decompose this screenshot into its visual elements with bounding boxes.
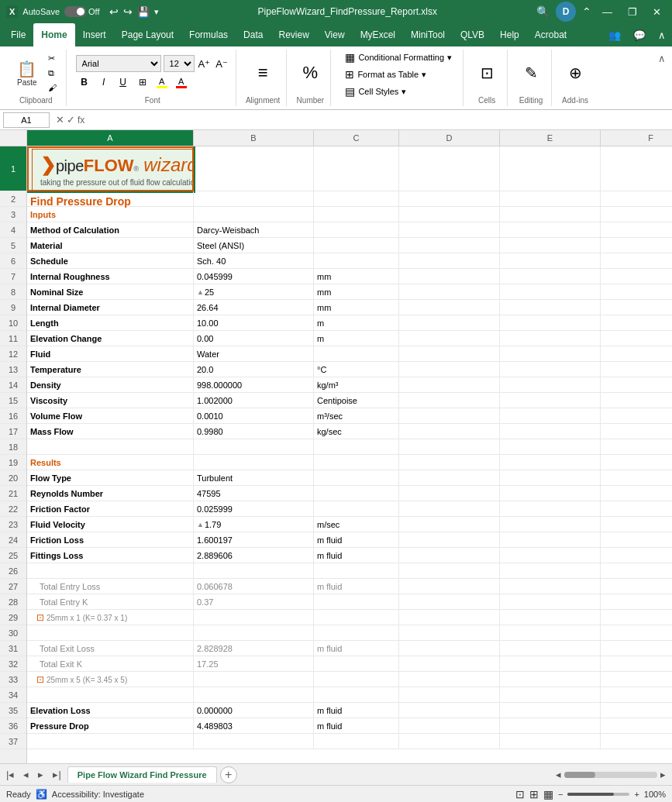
- cell-23d[interactable]: [399, 517, 500, 532]
- underline-button[interactable]: U: [115, 74, 132, 91]
- cell-32b[interactable]: 17.25: [194, 656, 314, 672]
- cell-11a[interactable]: Elevation Change: [27, 331, 194, 346]
- cell-13c[interactable]: °C: [314, 362, 399, 377]
- row-num-31[interactable]: 31: [0, 641, 26, 656]
- cell-13d[interactable]: [399, 362, 500, 377]
- row-num-18[interactable]: 18: [0, 439, 26, 455]
- cell-16b[interactable]: 0.0010: [194, 408, 314, 424]
- cell-30e[interactable]: [500, 625, 601, 641]
- cell-17d[interactable]: [399, 424, 500, 439]
- ribbon-collapse-btn[interactable]: ∧: [658, 53, 666, 64]
- cell-30c[interactable]: [314, 625, 399, 641]
- cell-1f[interactable]: [601, 146, 672, 191]
- cell-9e[interactable]: [500, 300, 601, 315]
- tab-acrobat[interactable]: Acrobat: [527, 23, 574, 46]
- cell-26d[interactable]: [399, 563, 500, 579]
- cell-8e[interactable]: [500, 284, 601, 300]
- tab-page-layout[interactable]: Page Layout: [114, 23, 181, 46]
- comments-icon[interactable]: 💬: [627, 26, 652, 44]
- cell-25d[interactable]: [399, 548, 500, 563]
- cell-21a[interactable]: Reynolds Number: [27, 486, 194, 501]
- cell-18b[interactable]: [194, 439, 314, 455]
- row-num-19[interactable]: 19: [0, 455, 26, 470]
- cell-8c[interactable]: mm: [314, 284, 399, 300]
- increase-font-icon[interactable]: A⁺: [197, 57, 212, 71]
- cell-15e[interactable]: [500, 393, 601, 408]
- cell-15d[interactable]: [399, 393, 500, 408]
- cell-29c[interactable]: [314, 610, 399, 625]
- cell-36c[interactable]: m fluid: [314, 718, 399, 734]
- row-num-22[interactable]: 22: [0, 501, 26, 517]
- cell-25a[interactable]: Fittings Loss: [27, 548, 194, 563]
- font-family-select[interactable]: Arial: [76, 55, 161, 72]
- cell-2f[interactable]: [601, 191, 672, 207]
- cell-9c[interactable]: mm: [314, 300, 399, 315]
- last-sheet-btn[interactable]: ▸|: [50, 767, 64, 782]
- row-num-20[interactable]: 20: [0, 470, 26, 486]
- row-num-32[interactable]: 32: [0, 656, 26, 672]
- cell-10a[interactable]: Length: [27, 315, 194, 331]
- cell-35b[interactable]: 0.000000: [194, 703, 314, 718]
- cell-20c[interactable]: [314, 470, 399, 486]
- cell-6a[interactable]: Schedule: [27, 253, 194, 269]
- cell-3a[interactable]: Inputs: [27, 207, 194, 222]
- cell-29d[interactable]: [399, 610, 500, 625]
- cell-18a[interactable]: [27, 439, 194, 455]
- cell-8d[interactable]: [399, 284, 500, 300]
- addins-button[interactable]: ⊕: [561, 61, 589, 84]
- fill-color-button[interactable]: A: [153, 74, 171, 91]
- tab-myexcel[interactable]: MyExcel: [353, 23, 403, 46]
- cell-32a[interactable]: Total Exit K: [27, 656, 194, 672]
- cell-32f[interactable]: [601, 656, 672, 672]
- row-num-23[interactable]: 23: [0, 517, 26, 532]
- cell-12b[interactable]: Water: [194, 346, 314, 362]
- cell-33c[interactable]: [314, 672, 399, 687]
- cell-36f[interactable]: [601, 718, 672, 734]
- cell-32d[interactable]: [399, 656, 500, 672]
- redo-icon[interactable]: ↪: [123, 5, 133, 18]
- cell-14e[interactable]: [500, 377, 601, 393]
- row-num-4[interactable]: 4: [0, 222, 26, 238]
- cell-12c[interactable]: [314, 346, 399, 362]
- next-sheet-btn[interactable]: ▸: [35, 767, 47, 782]
- cell-9a[interactable]: Internal Diameter: [27, 300, 194, 315]
- col-header-e[interactable]: E: [500, 130, 601, 146]
- cell-21c[interactable]: [314, 486, 399, 501]
- row-num-21[interactable]: 21: [0, 486, 26, 501]
- cell-3c[interactable]: [314, 207, 399, 222]
- cell-16c[interactable]: m³/sec: [314, 408, 399, 424]
- cell-34d[interactable]: [399, 687, 500, 703]
- cell-25c[interactable]: m fluid: [314, 548, 399, 563]
- tab-insert[interactable]: Insert: [75, 23, 114, 46]
- cell-20b[interactable]: Turbulent: [194, 470, 314, 486]
- cell-31f[interactable]: [601, 641, 672, 656]
- cell-36a[interactable]: Pressure Drop: [27, 718, 194, 734]
- cell-8f[interactable]: [601, 284, 672, 300]
- cell-36d[interactable]: [399, 718, 500, 734]
- decrease-font-icon[interactable]: A⁻: [214, 57, 229, 71]
- cell-2e[interactable]: [500, 191, 601, 207]
- cell-29e[interactable]: [500, 610, 601, 625]
- cell-18f[interactable]: [601, 439, 672, 455]
- cell-11d[interactable]: [399, 331, 500, 346]
- cell-29a[interactable]: ⊡ 25mm x 1 (K= 0.37 x 1): [27, 610, 194, 625]
- cell-reference-input[interactable]: [3, 112, 50, 128]
- cell-2c[interactable]: [314, 191, 399, 207]
- cell-26a[interactable]: [27, 563, 194, 579]
- cell-24e[interactable]: [500, 532, 601, 548]
- cell-9d[interactable]: [399, 300, 500, 315]
- cell-28e[interactable]: [500, 594, 601, 610]
- cell-28d[interactable]: [399, 594, 500, 610]
- maximize-btn[interactable]: ❐: [623, 5, 642, 19]
- cell-4b[interactable]: Darcy-Weisbach: [194, 222, 314, 238]
- cell-29f[interactable]: [601, 610, 672, 625]
- format-painter-button[interactable]: 🖌: [45, 81, 60, 94]
- cell-14a[interactable]: Density: [27, 377, 194, 393]
- normal-view-icon[interactable]: ⊡: [515, 788, 525, 800]
- cell-35f[interactable]: [601, 703, 672, 718]
- cell-35e[interactable]: [500, 703, 601, 718]
- user-avatar[interactable]: D: [556, 2, 576, 22]
- cell-25e[interactable]: [500, 548, 601, 563]
- cell-22c[interactable]: [314, 501, 399, 517]
- cell-23a[interactable]: Fluid Velocity: [27, 517, 194, 532]
